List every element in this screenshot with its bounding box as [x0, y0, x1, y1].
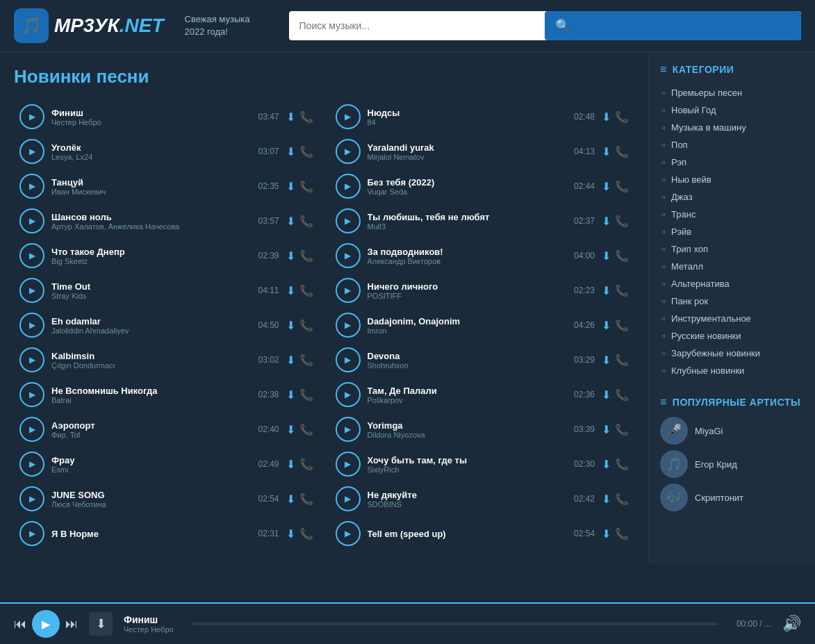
category-item[interactable]: Альтернатива: [660, 275, 804, 292]
ringtone-button[interactable]: 📞: [299, 527, 313, 540]
song-row[interactable]: ▶ Аэропорт Фир, Tof 02:40 ⬇ 📞: [14, 413, 319, 446]
song-row[interactable]: ▶ Не дякуйте SDOBINS 02:42 ⬇ 📞: [330, 482, 635, 515]
category-item[interactable]: Транс: [660, 206, 804, 223]
category-item[interactable]: Рэйв: [660, 223, 804, 240]
song-row[interactable]: ▶ Нюдсы 84 02:48 ⬇ 📞: [330, 100, 635, 133]
play-song-button[interactable]: ▶: [19, 278, 44, 303]
download-button[interactable]: ⬇: [286, 145, 295, 158]
download-button[interactable]: ⬇: [286, 110, 295, 124]
song-row[interactable]: ▶ Хочу быть там, где ты SixtyRich 02:30 …: [330, 447, 635, 481]
song-row[interactable]: ▶ Финиш Честер Небро 03:47 ⬇ 📞: [14, 100, 319, 133]
play-song-button[interactable]: ▶: [336, 313, 361, 338]
play-song-button[interactable]: ▶: [19, 452, 44, 477]
song-row[interactable]: ▶ Ты любишь, тебя не любят Mull3 02:37 ⬇…: [330, 204, 635, 238]
song-row[interactable]: ▶ Tell em (speed up) 02:54 ⬇ 📞: [330, 517, 635, 550]
song-row[interactable]: ▶ Без тебя (2022) Vuqar Seda 02:44 ⬇ 📞: [330, 170, 635, 203]
ringtone-button[interactable]: 📞: [615, 215, 629, 228]
ringtone-button[interactable]: 📞: [299, 354, 313, 367]
play-song-button[interactable]: ▶: [19, 417, 44, 442]
category-item[interactable]: Нью вейв: [660, 171, 804, 188]
category-item[interactable]: Рэп: [660, 154, 804, 171]
ringtone-button[interactable]: 📞: [299, 110, 313, 124]
category-item[interactable]: Клубные новинки: [660, 362, 804, 379]
play-song-button[interactable]: ▶: [336, 104, 361, 129]
play-song-button[interactable]: ▶: [336, 278, 361, 303]
category-item[interactable]: Зарубежные новинки: [660, 345, 804, 362]
download-button[interactable]: ⬇: [602, 354, 611, 367]
song-row[interactable]: ▶ Ничего личного POSITIFF 02:23 ⬇ 📞: [330, 274, 635, 307]
ringtone-button[interactable]: 📞: [615, 145, 629, 158]
download-button[interactable]: ⬇: [286, 249, 295, 263]
song-row[interactable]: ▶ Я В Норме 02:31 ⬇ 📞: [14, 517, 319, 550]
category-item[interactable]: Трип хоп: [660, 240, 804, 258]
download-button[interactable]: ⬇: [602, 284, 611, 297]
category-item[interactable]: Новый Год: [660, 101, 804, 119]
next-button[interactable]: ⏭: [65, 617, 78, 631]
download-button[interactable]: ⬇: [286, 319, 295, 332]
ringtone-button[interactable]: 📞: [615, 110, 629, 124]
ringtone-button[interactable]: 📞: [299, 493, 313, 506]
download-button[interactable]: ⬇: [602, 423, 611, 436]
play-song-button[interactable]: ▶: [336, 208, 361, 233]
download-button[interactable]: ⬇: [602, 180, 611, 193]
ringtone-button[interactable]: 📞: [299, 215, 313, 228]
category-item[interactable]: Панк рок: [660, 292, 804, 310]
artist-item[interactable]: 🎵 Егор Крид: [660, 450, 804, 478]
play-song-button[interactable]: ▶: [336, 521, 361, 546]
ringtone-button[interactable]: 📞: [615, 493, 629, 506]
song-row[interactable]: ▶ Танцуй Иван Мискевич 02:35 ⬇ 📞: [14, 170, 319, 203]
song-row[interactable]: ▶ Devona Shohruhxon 03:29 ⬇ 📞: [330, 343, 635, 377]
download-button[interactable]: ⬇: [286, 180, 295, 193]
ringtone-button[interactable]: 📞: [299, 423, 313, 436]
song-row[interactable]: ▶ За подводников! Александр Викторов 04:…: [330, 239, 635, 272]
ringtone-button[interactable]: 📞: [615, 423, 629, 436]
song-row[interactable]: ▶ Yorimga Dildora Niyozova 03:39 ⬇ 📞: [330, 413, 635, 446]
download-button[interactable]: ⬇: [286, 215, 295, 228]
download-button[interactable]: ⬇: [602, 249, 611, 263]
ringtone-button[interactable]: 📞: [615, 249, 629, 263]
ringtone-button[interactable]: 📞: [299, 388, 313, 402]
category-item[interactable]: Русские новинки: [660, 327, 804, 345]
play-song-button[interactable]: ▶: [19, 382, 44, 407]
play-song-button[interactable]: ▶: [336, 417, 361, 442]
ringtone-button[interactable]: 📞: [299, 284, 313, 297]
ringtone-button[interactable]: 📞: [615, 354, 629, 367]
play-song-button[interactable]: ▶: [19, 174, 44, 199]
ringtone-button[interactable]: 📞: [615, 284, 629, 297]
ringtone-button[interactable]: 📞: [615, 527, 629, 540]
song-row[interactable]: ▶ JUNE SONG Люся Чеботина 02:54 ⬇ 📞: [14, 482, 319, 515]
search-input[interactable]: [289, 13, 545, 38]
download-button[interactable]: ⬇: [602, 527, 611, 540]
download-button[interactable]: ⬇: [286, 354, 295, 367]
artist-item[interactable]: 🎶 Скриптонит: [660, 484, 804, 511]
song-row[interactable]: ▶ Time Out Stray Kids 04:11 ⬇ 📞: [14, 274, 319, 307]
category-item[interactable]: Металл: [660, 258, 804, 275]
search-button[interactable]: 🔍: [545, 11, 801, 40]
download-button[interactable]: ⬇: [602, 145, 611, 158]
player-volume-button[interactable]: 🔊: [782, 615, 801, 633]
play-song-button[interactable]: ▶: [19, 139, 44, 164]
category-item[interactable]: Инструментальное: [660, 310, 804, 327]
play-song-button[interactable]: ▶: [336, 347, 361, 372]
download-button[interactable]: ⬇: [286, 388, 295, 402]
play-song-button[interactable]: ▶: [19, 104, 44, 129]
play-song-button[interactable]: ▶: [336, 486, 361, 511]
ringtone-button[interactable]: 📞: [299, 458, 313, 471]
play-song-button[interactable]: ▶: [19, 313, 44, 338]
artist-item[interactable]: 🎤 MiyaGi: [660, 417, 804, 445]
play-song-button[interactable]: ▶: [336, 243, 361, 268]
download-button[interactable]: ⬇: [286, 458, 295, 471]
download-button[interactable]: ⬇: [286, 423, 295, 436]
song-row[interactable]: ▶ Dadajonim, Onajonim Imron 04:26 ⬇ 📞: [330, 308, 635, 342]
ringtone-button[interactable]: 📞: [299, 145, 313, 158]
song-row[interactable]: ▶ Там, Де Палали Polikarpov 02:36 ⬇ 📞: [330, 378, 635, 411]
download-button[interactable]: ⬇: [602, 388, 611, 402]
play-song-button[interactable]: ▶: [19, 243, 44, 268]
play-song-button[interactable]: ▶: [336, 174, 361, 199]
category-item[interactable]: Музыка в машину: [660, 119, 804, 136]
play-main-button[interactable]: ▶: [32, 610, 60, 638]
download-button[interactable]: ⬇: [602, 458, 611, 471]
song-row[interactable]: ▶ Шансов ноль Артур Халатов, Анжелика На…: [14, 204, 319, 238]
category-item[interactable]: Поп: [660, 136, 804, 154]
ringtone-button[interactable]: 📞: [299, 180, 313, 193]
